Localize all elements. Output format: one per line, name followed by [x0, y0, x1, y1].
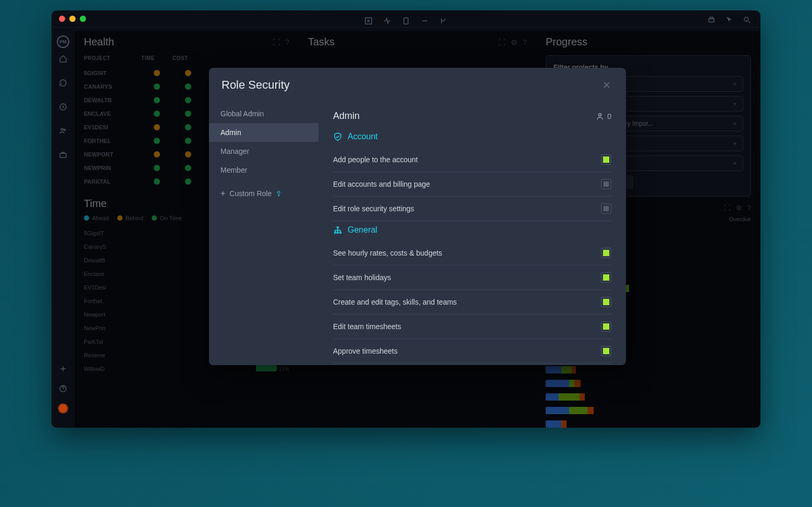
project-name: CANARYS [84, 83, 141, 90]
progress-row[interactable] [546, 377, 751, 390]
user-avatar[interactable] [58, 403, 68, 414]
nav-briefcase-icon[interactable] [58, 150, 68, 160]
plus-icon: + [220, 189, 225, 198]
legend-label: Behind [126, 215, 143, 221]
shield-icon [333, 132, 342, 141]
role-security-modal: Role Security Global AdminAdminManagerMe… [209, 68, 626, 365]
svg-point-6 [61, 128, 63, 130]
person-icon [596, 112, 604, 120]
expand-icon[interactable]: ⛶ [273, 38, 280, 46]
progress-segment [559, 393, 580, 401]
permission-toggle[interactable] [601, 272, 611, 283]
permission-toggle[interactable] [601, 346, 611, 356]
progress-segment [546, 420, 561, 428]
section-label: Account [348, 132, 378, 141]
project-name: DEWALTB [84, 97, 141, 103]
search-icon[interactable] [741, 14, 753, 26]
permission-row: See hourly rates, costs & budgets [333, 241, 611, 265]
nav-clock-icon[interactable] [58, 102, 68, 112]
role-user-count: 0 [596, 112, 611, 120]
permission-label: Approve timesheets [333, 347, 398, 355]
svg-point-12 [335, 232, 336, 234]
role-item[interactable]: Global Admin [209, 104, 318, 123]
permission-toggle[interactable] [601, 154, 611, 165]
panel-controls: ⛶ ? [273, 38, 289, 46]
print-icon[interactable] [705, 14, 718, 26]
permission-toggle[interactable] [601, 321, 611, 332]
permission-toggle[interactable] [601, 297, 611, 307]
progress-segment [569, 407, 587, 414]
time-status-dot [154, 151, 160, 158]
permission-toggle[interactable] [601, 248, 611, 258]
legend-item: On Time [152, 215, 182, 221]
permission-label: Edit accounts and billing page [333, 180, 430, 188]
permission-label: Set team holidays [333, 273, 391, 282]
project-name: EV1DESI [84, 124, 141, 130]
legend-label: Ahead [92, 215, 109, 221]
nav-add-icon[interactable] [58, 364, 68, 374]
role-item[interactable]: Admin [209, 123, 318, 142]
custom-role-button[interactable]: +Custom Role⇪ [209, 183, 318, 204]
progress-overdue-label: Overdue [729, 216, 751, 222]
col-cost: COST [173, 55, 204, 61]
time-status-dot [154, 124, 160, 130]
cost-status-dot [185, 124, 191, 130]
nav-people-icon[interactable] [58, 126, 68, 136]
help-icon[interactable]: ? [523, 38, 527, 46]
upgrade-icon: ⇪ [276, 189, 282, 198]
progress-row[interactable] [546, 417, 751, 428]
progress-bar [546, 380, 751, 387]
cursor-icon[interactable] [723, 14, 735, 26]
expand-icon[interactable]: ⛶ [498, 38, 506, 46]
svg-point-13 [337, 232, 339, 234]
window-minimize-icon[interactable] [69, 16, 76, 22]
progress-segment [546, 393, 559, 401]
time-status-dot [154, 178, 160, 185]
nav-home-icon[interactable] [58, 54, 68, 64]
help-icon[interactable]: ? [747, 204, 751, 212]
help-icon[interactable]: ? [285, 38, 289, 46]
toolbar-clipboard-icon[interactable] [397, 14, 415, 28]
time-bar [256, 365, 277, 371]
toolbar-activity-icon[interactable] [378, 14, 396, 28]
svg-rect-2 [709, 19, 714, 22]
progress-bar [546, 366, 751, 373]
progress-row[interactable] [546, 390, 751, 404]
toolbar-expand-icon[interactable] [360, 14, 377, 28]
project-name: ENCLAVE [84, 111, 141, 117]
permission-row: Approve timesheets [333, 339, 611, 364]
chevron-down-icon: ▼ [732, 141, 737, 147]
health-columns: PROJECT TIME COST [84, 55, 289, 61]
window-close-icon[interactable] [59, 16, 65, 22]
role-item[interactable]: Manager [209, 142, 318, 161]
progress-row[interactable] [546, 404, 751, 417]
svg-rect-1 [404, 18, 408, 24]
modal-title: Role Security [222, 78, 290, 92]
permission-row: Edit team timesheets [333, 315, 611, 339]
project-name: FORTHEL [84, 138, 141, 144]
chevron-down-icon: ▼ [732, 81, 737, 87]
gear-icon[interactable]: ⚙ [736, 204, 742, 212]
app-logo[interactable]: PM [57, 35, 69, 48]
gear-icon[interactable]: ⚙ [511, 38, 518, 46]
custom-role-label: Custom Role [229, 189, 272, 198]
time-row-name: Reserve [84, 352, 131, 358]
modal-close-button[interactable] [600, 78, 613, 92]
toolbar-branch-icon[interactable] [435, 14, 452, 28]
nav-rail: PM [52, 28, 75, 424]
nav-help-icon[interactable] [58, 383, 68, 394]
nav-refresh-icon[interactable] [58, 78, 68, 88]
window-maximize-icon[interactable] [80, 16, 86, 22]
permission-toggle[interactable] [601, 203, 611, 214]
expand-icon[interactable]: ⛶ [724, 204, 731, 212]
cost-status-dot [185, 83, 191, 90]
permission-toggle[interactable] [601, 179, 611, 189]
permission-row: Edit role security settings [333, 197, 611, 221]
svg-point-11 [337, 227, 339, 228]
progress-segment [572, 366, 576, 373]
role-item[interactable]: Member [209, 161, 318, 179]
svg-point-14 [340, 232, 341, 234]
time-row-name: ParkTal [84, 339, 131, 345]
cost-status-dot [185, 151, 191, 158]
toolbar-link-icon[interactable] [416, 14, 434, 28]
